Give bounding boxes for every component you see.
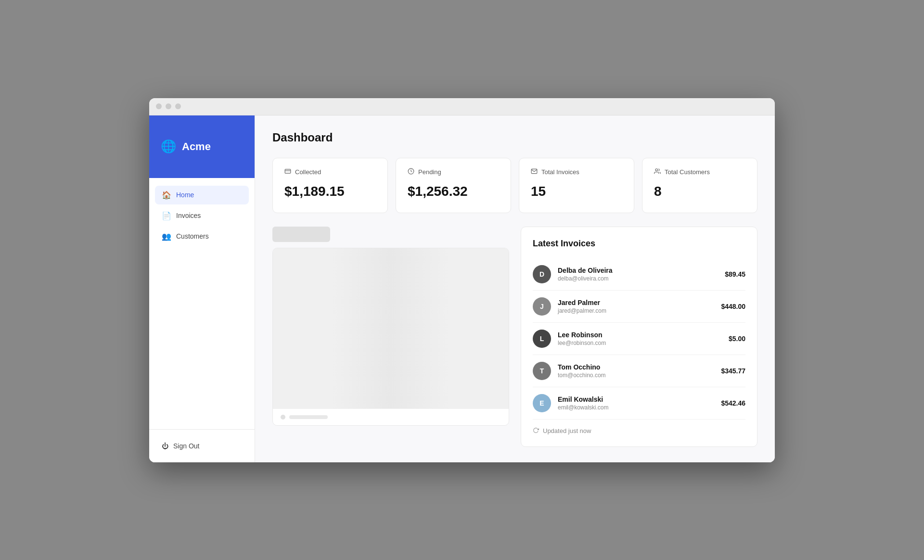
invoice-name-0: Delba de Oliveira: [558, 267, 718, 274]
sign-out-icon: ⏻: [162, 442, 168, 450]
stat-label-text-total-invoices: Total Invoices: [541, 168, 579, 176]
invoice-email-0: delba@oliveira.com: [558, 275, 718, 282]
invoice-avatar-0: D: [533, 265, 551, 283]
invoice-email-3: tom@occhino.com: [558, 372, 714, 379]
invoice-amount-0: $89.45: [725, 270, 745, 278]
stat-card-total-invoices: Total Invoices 15: [519, 158, 634, 213]
customers-icon: 👥: [162, 232, 171, 241]
invoice-info-1: Jared Palmer jared@palmer.com: [558, 299, 714, 314]
latest-invoices-section: Latest Invoices D Delba de Oliveira delb…: [521, 227, 757, 447]
sidebar-nav: 🏠 Home 📄 Invoices 👥 Customers: [149, 178, 255, 429]
chart-skeleton: [273, 248, 509, 425]
bottom-section: Latest Invoices D Delba de Oliveira delb…: [272, 227, 757, 447]
titlebar-close: [156, 103, 162, 109]
app-layout: 🌐 Acme 🏠 Home 📄 Invoices 👥 Customers: [149, 115, 775, 462]
stat-card-pending: Pending $1,256.32: [396, 158, 511, 213]
stat-label-text-pending: Pending: [418, 168, 441, 176]
updated-footer: Updated just now: [533, 427, 745, 435]
invoice-amount-4: $542.46: [721, 399, 745, 407]
chart-footer-line: [289, 415, 328, 419]
stat-label-pending: Pending: [408, 168, 499, 176]
logo-icon: 🌐: [161, 139, 176, 154]
pending-icon: [408, 168, 414, 176]
stat-label-collected: Collected: [284, 168, 376, 176]
titlebar-minimize: [166, 103, 171, 109]
stat-card-total-customers: Total Customers 8: [642, 158, 757, 213]
chart-area: [272, 227, 509, 426]
latest-invoices-title: Latest Invoices: [533, 239, 745, 249]
stat-label-total-customers: Total Customers: [654, 168, 745, 176]
invoice-avatar-3: T: [533, 362, 551, 380]
sidebar-bottom: ⏻ Sign Out: [149, 429, 255, 462]
invoice-item-4: E Emil Kowalski emil@kowalski.com $542.4…: [533, 387, 745, 420]
invoice-info-0: Delba de Oliveira delba@oliveira.com: [558, 267, 718, 282]
titlebar: [149, 98, 775, 115]
svg-rect-0: [285, 169, 291, 173]
invoice-name-3: Tom Occhino: [558, 363, 714, 371]
stat-value-pending: $1,256.32: [408, 184, 499, 199]
chart-footer: [273, 408, 509, 425]
stat-value-collected: $1,189.15: [284, 184, 376, 199]
sidebar-item-invoices[interactable]: 📄 Invoices: [155, 206, 249, 225]
chart-footer-dot: [281, 415, 285, 420]
invoice-info-2: Lee Robinson lee@robinson.com: [558, 331, 722, 346]
sign-out-label: Sign Out: [173, 442, 199, 450]
stat-label-text-total-customers: Total Customers: [665, 168, 710, 176]
invoice-item-1: J Jared Palmer jared@palmer.com $448.00: [533, 291, 745, 323]
sidebar-item-home-label: Home: [176, 191, 194, 199]
invoice-avatar-1: J: [533, 297, 551, 316]
total-invoices-icon: [531, 168, 538, 176]
invoice-name-2: Lee Robinson: [558, 331, 722, 339]
main-content: Dashboard Collected $1,189.15: [255, 115, 775, 462]
invoice-avatar-2: L: [533, 330, 551, 348]
collected-icon: [284, 168, 291, 176]
sidebar-item-customers[interactable]: 👥 Customers: [155, 227, 249, 246]
chart-tab-placeholder[interactable]: [272, 227, 330, 242]
refresh-icon: [533, 427, 539, 435]
sidebar-logo: 🌐 Acme: [149, 115, 255, 178]
chart-tabs: [272, 227, 509, 242]
sidebar-item-customers-label: Customers: [176, 232, 209, 240]
sign-out-button[interactable]: ⏻ Sign Out: [155, 437, 249, 455]
app-name: Acme: [182, 140, 211, 153]
svg-point-3: [655, 168, 658, 171]
chart-container: [272, 248, 509, 426]
invoice-info-4: Emil Kowalski emil@kowalski.com: [558, 395, 714, 411]
invoices-icon: 📄: [162, 211, 171, 220]
home-icon: 🏠: [162, 191, 171, 200]
invoice-item-2: L Lee Robinson lee@robinson.com $5.00: [533, 323, 745, 355]
invoice-email-2: lee@robinson.com: [558, 340, 722, 346]
sidebar-item-invoices-label: Invoices: [176, 212, 201, 219]
invoice-amount-1: $448.00: [721, 303, 745, 310]
invoice-name-4: Emil Kowalski: [558, 395, 714, 403]
invoice-amount-2: $5.00: [729, 335, 745, 343]
stat-label-total-invoices: Total Invoices: [531, 168, 622, 176]
stat-label-text-collected: Collected: [295, 168, 321, 176]
invoice-email-1: jared@palmer.com: [558, 307, 714, 314]
titlebar-maximize: [175, 103, 181, 109]
invoice-item-3: T Tom Occhino tom@occhino.com $345.77: [533, 355, 745, 387]
stat-card-collected: Collected $1,189.15: [272, 158, 388, 213]
invoice-name-1: Jared Palmer: [558, 299, 714, 306]
invoice-item-0: D Delba de Oliveira delba@oliveira.com $…: [533, 258, 745, 291]
stats-grid: Collected $1,189.15 Pending $1,256.32: [272, 158, 757, 213]
invoice-email-4: emil@kowalski.com: [558, 404, 714, 411]
invoice-amount-3: $345.77: [721, 367, 745, 375]
sidebar: 🌐 Acme 🏠 Home 📄 Invoices 👥 Customers: [149, 115, 255, 462]
total-customers-icon: [654, 168, 661, 176]
sidebar-item-home[interactable]: 🏠 Home: [155, 186, 249, 204]
updated-text: Updated just now: [543, 427, 591, 434]
page-title: Dashboard: [272, 131, 757, 144]
stat-value-total-invoices: 15: [531, 184, 622, 199]
invoice-avatar-4: E: [533, 394, 551, 412]
stat-value-total-customers: 8: [654, 184, 745, 199]
app-window: 🌐 Acme 🏠 Home 📄 Invoices 👥 Customers: [149, 98, 775, 462]
invoice-info-3: Tom Occhino tom@occhino.com: [558, 363, 714, 379]
